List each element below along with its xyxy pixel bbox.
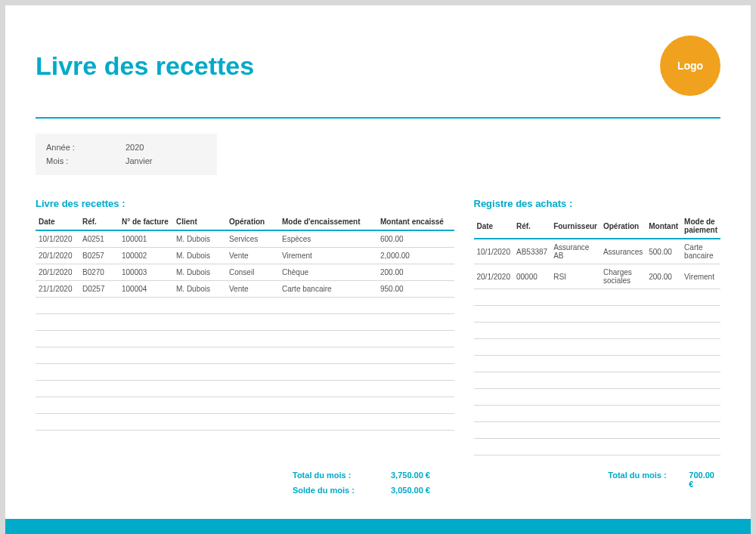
empty-row [474,306,721,323]
recettes-totals: Total du mois : 3,750.00 € Solde du mois… [36,471,448,495]
column-header: Réf. [79,214,119,230]
cell: Virement [279,248,377,264]
year-label: Année : [46,141,125,155]
column-header: Date [474,214,514,239]
empty-row [474,389,721,406]
cell: 200.00 [377,264,454,281]
column-header: Client [173,214,226,230]
cell: B0257 [79,248,119,264]
cell: 20/1/2020 [36,264,79,281]
header: Livre des recettes Logo [36,35,720,96]
cell: A0251 [79,230,119,248]
divider [36,117,720,119]
cell: Carte bancaire [681,239,720,264]
balance-line: Solde du mois : 3,050.00 € [36,486,448,495]
cell: 950.00 [377,281,454,298]
recettes-row: 20/1/2020B0257100002M. DuboisVenteVireme… [36,248,454,264]
cell: 500.00 [646,239,681,264]
columns: Livre des recettes : DateRéf.N° de factu… [36,198,720,455]
cell: Vente [226,281,279,298]
recettes-row: 21/1/2020D0257100004M. DuboisVenteCarte … [36,281,454,298]
footer-bar [5,519,751,534]
recettes-total-value: 3,750.00 € [391,471,430,480]
cell: Espèces [279,230,377,248]
column-header: N° de facture [119,214,173,230]
empty-row [36,347,454,364]
achats-total-value: 700.00 € [689,471,720,489]
cell: 100001 [119,230,173,248]
cell: AB53387 [513,239,550,264]
empty-row [474,372,721,389]
cell: Charges sociales [600,264,646,289]
empty-row [36,414,454,431]
achats-title: Registre des achats : [474,198,721,209]
achats-row: 10/1/2020AB53387Assurance ABAssurances50… [474,239,721,264]
achats-total-line: Total du mois : 700.00 € [468,471,720,489]
cell: Services [226,230,279,248]
column-header: Mode d'encaissement [279,214,377,230]
cell: Chèque [279,264,377,281]
cell: 600.00 [377,230,454,248]
cell: Vente [226,248,279,264]
cell: Carte bancaire [279,281,377,298]
empty-row [474,339,721,356]
period-info-box: Année : 2020 Mois : Janvier [36,134,217,175]
logo-text: Logo [677,60,703,72]
cell: Virement [681,264,720,289]
cell: 2,000.00 [377,248,454,264]
cell: Conseil [226,264,279,281]
cell: Assurance AB [550,239,600,264]
empty-row [36,397,454,414]
achats-total-label: Total du mois : [608,471,689,489]
balance-value: 3,050.00 € [391,486,430,495]
empty-row [474,356,721,372]
empty-row [474,323,721,339]
column-header: Opération [226,214,279,230]
cell: 100004 [119,281,173,298]
achats-column: Registre des achats : DateRéf.Fournisseu… [474,198,721,455]
cell: 20/1/2020 [474,264,514,289]
month-value: Janvier [125,155,152,168]
cell: 20/1/2020 [36,248,79,264]
cell: M. Dubois [173,230,226,248]
recettes-table: DateRéf.N° de factureClientOpérationMode… [36,214,454,431]
page-title: Livre des recettes [36,51,254,81]
cell: 100003 [119,264,173,281]
cell: 200.00 [646,264,681,289]
info-row-year: Année : 2020 [46,141,206,155]
empty-row [36,298,454,314]
cell: 10/1/2020 [474,239,514,264]
column-header: Date [36,214,79,230]
recettes-total-line: Total du mois : 3,750.00 € [36,471,448,480]
recettes-total-label: Total du mois : [293,471,391,480]
column-header: Montant [646,214,681,239]
recettes-row: 20/1/2020B0270100003M. DuboisConseilChèq… [36,264,454,281]
cell: M. Dubois [173,248,226,264]
cell: Assurances [600,239,646,264]
column-header: Fournisseur [550,214,600,239]
empty-row [36,364,454,381]
document-page: Livre des recettes Logo Année : 2020 Moi… [5,5,751,534]
cell: D0257 [79,281,119,298]
achats-totals: Total du mois : 700.00 € [468,471,720,495]
balance-label: Solde du mois : [293,486,391,495]
info-row-month: Mois : Janvier [46,155,206,168]
cell: 00000 [513,264,550,289]
logo-circle: Logo [660,35,720,96]
cell: 100002 [119,248,173,264]
cell: M. Dubois [173,264,226,281]
column-header: Opération [600,214,646,239]
empty-row [474,289,721,306]
column-header: Montant encaissé [377,214,454,230]
cell: M. Dubois [173,281,226,298]
empty-row [474,439,721,455]
achats-row: 20/1/202000000RSICharges sociales200.00V… [474,264,721,289]
empty-row [474,422,721,439]
column-header: Réf. [513,214,550,239]
recettes-title: Livre des recettes : [36,198,454,209]
year-value: 2020 [125,141,144,155]
cell: RSI [550,264,600,289]
totals-section: Total du mois : 3,750.00 € Solde du mois… [36,471,720,495]
cell: 10/1/2020 [36,230,79,248]
column-header: Mode de paiement [681,214,720,239]
